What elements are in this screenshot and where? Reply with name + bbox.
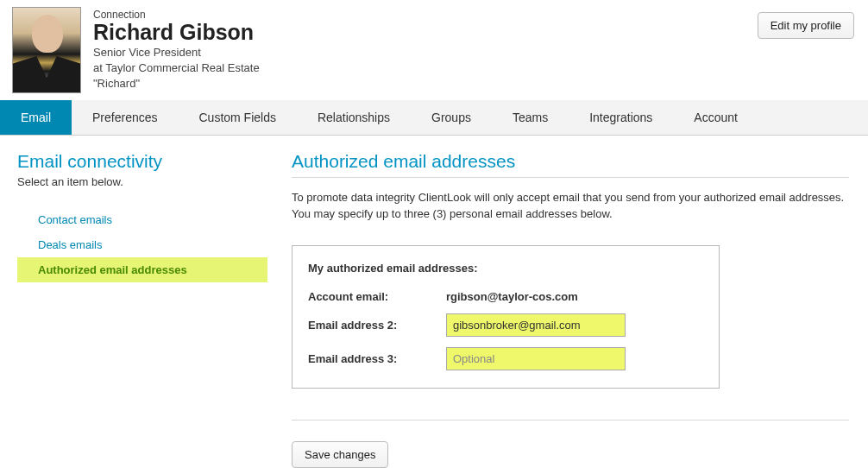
email3-input[interactable] [446,347,626,370]
tab-relationships[interactable]: Relationships [297,100,411,135]
sidebar-item-label: Deals emails [17,236,267,254]
page-title: Authorized email addresses [292,151,849,172]
tab-bar: Email Preferences Custom Fields Relation… [0,100,868,136]
email2-row: Email address 2: [308,313,703,337]
tab-preferences[interactable]: Preferences [72,100,178,135]
profile-name: Richard Gibson [93,21,260,45]
intro-text: To promote data integrity ClientLook wil… [292,190,849,223]
sidebar-item-deals-emails[interactable]: Deals emails [17,232,267,257]
email2-input[interactable] [446,313,626,337]
content-area: Email connectivity Select an item below.… [0,136,868,468]
divider [292,420,849,421]
tab-email[interactable]: Email [0,100,72,135]
sidebar-item-label: Authorized email addresses [17,261,267,279]
tab-integrations[interactable]: Integrations [569,100,673,135]
divider [292,177,849,178]
sidebar-list: Contact emails Deals emails Authorized e… [17,207,267,282]
profile-header: Connection Richard Gibson Senior Vice Pr… [0,0,868,97]
authorized-emails-panel: My authorized email addresses: Account e… [292,245,720,389]
sidebar-item-label: Contact emails [17,211,267,229]
email2-label: Email address 2: [308,319,446,332]
profile-info: Connection Richard Gibson Senior Vice Pr… [93,7,260,93]
edit-profile-button[interactable]: Edit my profile [758,12,854,39]
avatar [12,7,81,93]
email3-row: Email address 3: [308,347,703,370]
profile-nickname: "Richard" [93,76,260,92]
tab-account[interactable]: Account [673,100,758,135]
account-email-value: rgibson@taylor-cos.com [446,290,578,303]
tab-custom-fields[interactable]: Custom Fields [179,100,297,135]
sidebar: Email connectivity Select an item below.… [17,151,267,468]
account-email-label: Account email: [308,290,446,303]
sidebar-help: Select an item below. [17,175,267,188]
sidebar-title: Email connectivity [17,151,267,172]
connection-type-label: Connection [93,9,260,21]
email3-label: Email address 3: [308,352,446,365]
save-button[interactable]: Save changes [292,441,388,468]
sidebar-item-authorized-emails[interactable]: Authorized email addresses [17,257,267,282]
panel-title: My authorized email addresses: [308,262,703,275]
profile-title: Senior Vice President [93,45,260,60]
tab-groups[interactable]: Groups [411,100,492,135]
profile-company: at Taylor Commercial Real Estate [93,60,260,76]
sidebar-item-contact-emails[interactable]: Contact emails [17,207,267,232]
account-email-row: Account email: rgibson@taylor-cos.com [308,290,703,303]
main-panel: Authorized email addresses To promote da… [292,151,849,468]
tab-teams[interactable]: Teams [492,100,569,135]
